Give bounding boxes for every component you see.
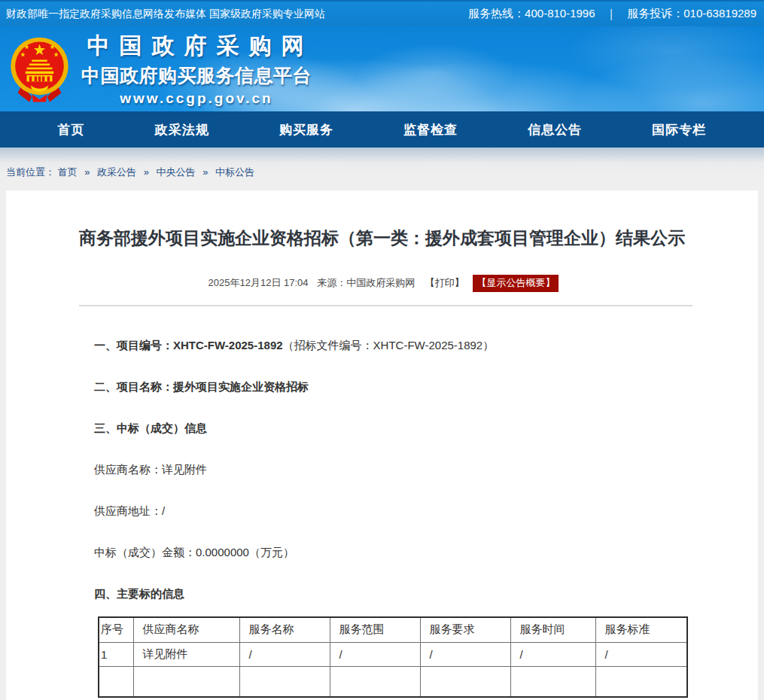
- topbar-divider: ｜: [606, 7, 617, 21]
- breadcrumb-item-procurement-notices[interactable]: 政采公告: [97, 166, 136, 178]
- publish-datetime: 2025年12月12日 17:04: [209, 277, 309, 288]
- cell-supplier-name: [133, 666, 239, 697]
- cell-service-scope: [330, 666, 420, 697]
- main-navigation: 首页 政采法规 购买服务 监督检查 信息公告 国际专栏: [0, 111, 764, 148]
- platform-name: 中国政府购买服务信息平台: [76, 63, 317, 88]
- paragraph-supplier-address: 供应商地址：/: [94, 504, 690, 518]
- nav-item-home[interactable]: 首页: [58, 121, 85, 138]
- cell-index: [99, 666, 133, 697]
- article-panel: 商务部援外项目实施企业资格招标（第一类：援外成套项目管理企业）结果公示 2025…: [6, 190, 758, 700]
- paragraph-project-name: 二、项目名称：援外项目实施企业资格招标: [94, 379, 690, 394]
- site-name: 中国政府采购网: [84, 31, 317, 62]
- cell-service-standard: [595, 666, 687, 697]
- paragraph-supplier-name: 供应商名称：详见附件: [94, 462, 690, 476]
- col-header-service-time: 服务时间: [510, 617, 595, 642]
- site-header: 中国政府采购网 中国政府购买服务信息平台 www.ccgp.gov.cn: [0, 26, 764, 111]
- col-header-service-standard: 服务标准: [595, 617, 687, 642]
- nav-item-regulations[interactable]: 政采法规: [155, 121, 209, 138]
- table-row-empty: [99, 666, 687, 697]
- col-header-service-requirement: 服务要求: [420, 617, 510, 642]
- table-header-row: 序号 供应商名称 服务名称 服务范围 服务要求 服务时间 服务标准: [99, 617, 687, 642]
- cell-supplier-name: 详见附件: [133, 642, 239, 666]
- cell-index: 1: [99, 642, 133, 666]
- show-summary-button[interactable]: 【显示公告概要】: [473, 275, 559, 292]
- cell-service-name: /: [239, 642, 330, 666]
- breadcrumb-separator: »: [84, 166, 90, 178]
- service-hotline: 服务热线：400-810-1996: [468, 7, 595, 21]
- cell-service-time: [510, 666, 595, 697]
- cell-service-scope: /: [330, 642, 420, 666]
- nav-item-supervision[interactable]: 监督检查: [403, 121, 458, 138]
- col-header-service-name: 服务名称: [239, 617, 330, 642]
- cell-service-time: /: [510, 642, 595, 666]
- cell-service-name: [239, 666, 330, 697]
- article-body: 一、项目编号：XHTC-FW-2025-1892（招标文件编号：XHTC-FW-…: [6, 306, 758, 698]
- china-national-emblem-icon: [8, 35, 72, 105]
- site-logo[interactable]: 中国政府采购网 中国政府购买服务信息平台 www.ccgp.gov.cn: [0, 26, 764, 111]
- article-meta: 2025年12月12日 17:04 来源：中国政府采购网 【打印】 【显示公告概…: [6, 275, 758, 292]
- breadcrumb-zone: 当前位置： 首页 » 政采公告 » 中央公告 » 中标公告: [0, 148, 764, 190]
- col-header-index: 序号: [99, 617, 133, 642]
- paragraph-main-subject-heading: 四、主要标的信息: [94, 586, 690, 601]
- breadcrumb: 当前位置： 首页 » 政采公告 » 中央公告 » 中标公告: [6, 166, 764, 179]
- paragraph-award-amount: 中标（成交）金额：0.0000000（万元）: [94, 545, 690, 559]
- cell-service-requirement: [420, 666, 510, 697]
- breadcrumb-item-home[interactable]: 首页: [58, 166, 78, 178]
- cell-service-standard: /: [595, 642, 687, 666]
- paragraph-project-number: 一、项目编号：XHTC-FW-2025-1892（招标文件编号：XHTC-FW-…: [94, 338, 690, 352]
- bid-info-table: 序号 供应商名称 服务名称 服务范围 服务要求 服务时间 服务标准 1 详见附件…: [98, 616, 688, 698]
- nav-item-announcements[interactable]: 信息公告: [528, 121, 582, 138]
- service-complaint: 服务投诉：010-63819289: [627, 7, 756, 21]
- print-button[interactable]: 【打印】: [425, 277, 464, 288]
- table-row: 1 详见附件 / / / / /: [99, 642, 687, 666]
- article-source: 来源：中国政府采购网: [317, 277, 415, 288]
- paragraph-award-info-heading: 三、中标（成交）信息: [94, 421, 690, 435]
- site-url: www.ccgp.gov.cn: [76, 90, 317, 107]
- breadcrumb-separator: »: [202, 166, 208, 178]
- site-slogan: 财政部唯一指定政府采购信息网络发布媒体 国家级政府采购专业网站: [6, 8, 325, 21]
- cell-service-requirement: /: [420, 642, 510, 666]
- page-title: 商务部援外项目实施企业资格招标（第一类：援外成套项目管理企业）结果公示: [6, 226, 758, 250]
- nav-item-purchase-services[interactable]: 购买服务: [279, 121, 333, 138]
- breadcrumb-item-central-notices[interactable]: 中央公告: [157, 166, 196, 178]
- col-header-service-scope: 服务范围: [330, 617, 420, 642]
- col-header-supplier-name: 供应商名称: [133, 617, 239, 642]
- breadcrumb-item-award-notices[interactable]: 中标公告: [215, 166, 254, 178]
- breadcrumb-separator: »: [144, 166, 149, 178]
- breadcrumb-location-label: 当前位置：: [6, 166, 55, 178]
- nav-item-international[interactable]: 国际专栏: [652, 121, 706, 138]
- top-service-bar: 财政部唯一指定政府采购信息网络发布媒体 国家级政府采购专业网站 服务热线：400…: [0, 0, 764, 26]
